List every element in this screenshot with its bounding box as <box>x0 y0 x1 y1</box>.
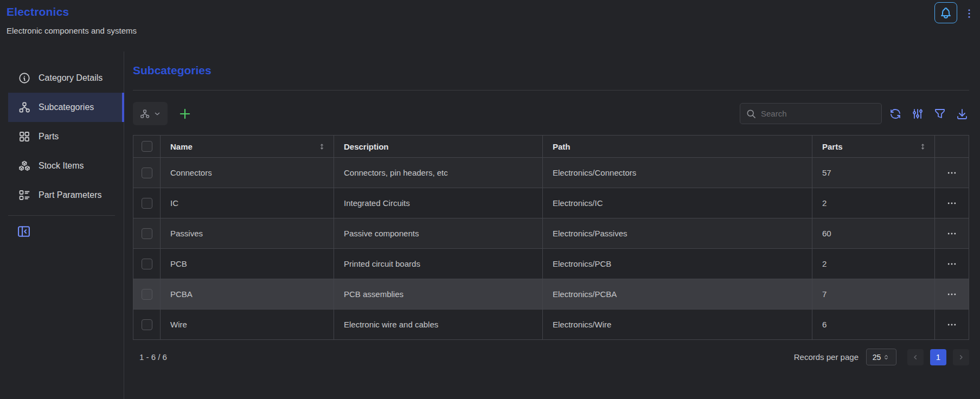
record-range-label: 1 - 6 / 6 <box>133 352 167 362</box>
sitemap-icon <box>139 108 150 119</box>
chevron-right-icon <box>957 353 965 362</box>
row-checkbox[interactable] <box>142 228 152 239</box>
sidebar: Category Details Subcategories <box>0 52 124 399</box>
records-per-page-select[interactable]: 25 <box>866 349 896 365</box>
select-all-checkbox[interactable] <box>142 141 152 152</box>
table-row[interactable]: PCBA PCB assemblies Electronics/PCBA 7 <box>133 279 969 310</box>
cell-name: PCB <box>161 249 334 279</box>
filter-button[interactable] <box>933 107 947 121</box>
row-checkbox[interactable] <box>142 319 152 330</box>
select-all-cell <box>133 136 161 158</box>
sort-icon[interactable] <box>919 143 927 151</box>
column-header-actions <box>935 136 969 158</box>
grid-icon <box>18 130 31 143</box>
adjustments-button[interactable] <box>911 107 925 121</box>
add-subcategory-button[interactable] <box>177 106 193 121</box>
cell-parts: 57 <box>812 158 935 188</box>
download-icon <box>956 107 969 120</box>
sitemap-icon <box>18 101 31 114</box>
cell-path: Electronics/PCB <box>543 249 812 279</box>
cell-path: Electronics/IC <box>543 188 812 218</box>
column-header-path[interactable]: Path <box>543 136 812 158</box>
previous-page-button[interactable] <box>907 349 924 365</box>
selector-icon <box>882 353 890 361</box>
cell-parts: 60 <box>812 218 935 249</box>
main-panel: Subcategories <box>124 52 980 399</box>
row-checkbox[interactable] <box>142 168 152 178</box>
row-actions-button[interactable] <box>946 259 957 269</box>
table-row[interactable]: PCB Printed circuit boards Electronics/P… <box>133 249 969 279</box>
tree-view-button[interactable] <box>133 102 168 125</box>
cell-path: Electronics/PCBA <box>543 279 812 310</box>
sidebar-collapse-icon <box>16 224 31 239</box>
table-action-icons <box>888 107 969 121</box>
sort-icon[interactable] <box>318 143 326 151</box>
cell-parts: 6 <box>812 310 935 340</box>
search-field <box>740 103 882 124</box>
row-actions-button[interactable] <box>946 198 957 209</box>
column-header-name[interactable]: Name <box>161 136 334 158</box>
chevron-left-icon <box>911 353 920 362</box>
packages-icon <box>18 159 31 172</box>
sidebar-item-parts[interactable]: Parts <box>8 122 124 151</box>
cell-name: IC <box>161 188 334 218</box>
sidebar-item-stock-items[interactable]: Stock Items <box>8 151 124 181</box>
plus-icon <box>178 107 192 121</box>
sidebar-item-subcategories[interactable]: Subcategories <box>8 93 124 122</box>
records-per-page-label: Records per page <box>794 352 859 362</box>
cell-parts: 7 <box>812 279 935 310</box>
dots-vertical-icon <box>963 8 975 20</box>
cell-description: Integrated Circuits <box>334 188 543 218</box>
row-checkbox[interactable] <box>142 289 152 300</box>
info-circle-icon <box>18 72 31 85</box>
cell-description: Printed circuit boards <box>334 249 543 279</box>
column-header-parts[interactable]: Parts <box>812 136 935 158</box>
cell-name: Passives <box>161 218 334 249</box>
row-actions-button[interactable] <box>946 168 957 178</box>
cell-name: Wire <box>161 310 334 340</box>
app-header: Electronics Electronic components and sy… <box>0 0 980 52</box>
column-header-description[interactable]: Description <box>334 136 543 158</box>
sidebar-item-part-parameters[interactable]: Part Parameters <box>8 181 124 210</box>
download-button[interactable] <box>955 107 969 121</box>
search-input[interactable] <box>761 109 869 118</box>
cell-path: Electronics/Passives <box>543 218 812 249</box>
table-row[interactable]: Passives Passive components Electronics/… <box>133 218 969 249</box>
chevron-down-icon <box>153 110 162 118</box>
refresh-icon <box>889 107 902 120</box>
bell-icon <box>939 7 952 20</box>
table-toolbar <box>133 102 969 125</box>
cell-description: Connectors, pin headers, etc <box>334 158 543 188</box>
page-title: Electronics <box>7 5 980 18</box>
table-row[interactable]: Wire Electronic wire and cables Electron… <box>133 310 969 340</box>
sidebar-item-category-details[interactable]: Category Details <box>8 63 124 93</box>
sidebar-divider <box>8 215 115 216</box>
cell-parts: 2 <box>812 249 935 279</box>
sidebar-collapse-button[interactable] <box>16 224 31 239</box>
next-page-button[interactable] <box>953 349 969 365</box>
table-row[interactable]: IC Integrated Circuits Electronics/IC 2 <box>133 188 969 218</box>
sidebar-item-label: Stock Items <box>39 161 84 171</box>
row-actions-button[interactable] <box>946 289 957 300</box>
page-1-button[interactable]: 1 <box>930 349 946 365</box>
adjustments-icon <box>911 107 924 120</box>
sidebar-item-label: Part Parameters <box>39 190 101 200</box>
cell-parts: 2 <box>812 188 935 218</box>
cell-description: Passive components <box>334 218 543 249</box>
cell-name: PCBA <box>161 279 334 310</box>
row-checkbox[interactable] <box>142 198 152 209</box>
row-actions-button[interactable] <box>946 228 957 239</box>
refresh-button[interactable] <box>888 107 902 121</box>
row-checkbox[interactable] <box>142 259 152 269</box>
table-row[interactable]: Connectors Connectors, pin headers, etc … <box>133 158 969 188</box>
panel-divider <box>133 90 969 91</box>
row-actions-button[interactable] <box>946 319 957 330</box>
overflow-menu-button[interactable] <box>962 7 976 21</box>
cell-path: Electronics/Wire <box>543 310 812 340</box>
page-subtitle: Electronic components and systems <box>7 26 980 35</box>
cell-description: Electronic wire and cables <box>334 310 543 340</box>
cell-description: PCB assemblies <box>334 279 543 310</box>
records-per-page-value: 25 <box>873 353 881 362</box>
sidebar-item-label: Parts <box>39 132 59 141</box>
notifications-button[interactable] <box>934 2 957 23</box>
